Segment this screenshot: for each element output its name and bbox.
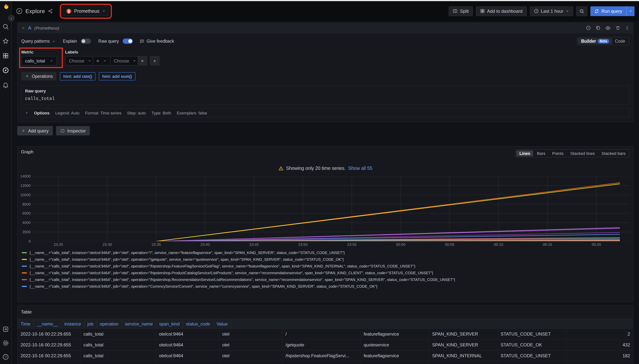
inspector-button[interactable]: Inspector [56,126,90,136]
hide-query-eye-icon[interactable] [605,25,610,30]
time-range-picker[interactable]: Last 1 hour [530,6,573,16]
cell-job: otel [219,340,282,350]
table-row[interactable]: 2022-10-16 00:22:29.655 calls_total otel… [18,340,633,350]
top-navbar: Explore Prometheus Split Add [12,1,639,21]
remove-label-filter-button[interactable]: × [138,56,147,66]
chevron-down-icon [102,9,105,13]
raw-query-text: calls_total [25,96,626,102]
raw-query-label: Raw query [25,89,626,93]
table-column-header[interactable]: operation [97,319,122,328]
cell-status-code: STATUS_CODE_UNSET [498,329,566,339]
query-patterns-button[interactable]: Query patterns [21,39,55,44]
legend-item[interactable]: {__name__="calls_total", instance="otelc… [22,283,630,290]
sign-in-icon[interactable] [2,326,9,332]
table-row[interactable]: 2022-10-16 00:22:29.655 calls_total otel… [18,350,633,362]
table-column-header[interactable]: __name__ [34,319,61,328]
add-operation-button[interactable]: Operations [21,72,57,80]
label-operator-select[interactable]: = [93,56,110,66]
table-row[interactable]: 2022-10-16 00:22:29.655 calls_total otel… [18,362,633,364]
table-row[interactable]: 2022-10-16 00:22:29.655 calls_total otel… [18,329,633,340]
help-icon[interactable]: ? [2,354,9,360]
cell-status-code: STATUS_CODE_UNSET [498,350,566,361]
metric-select[interactable]: calls_total [21,56,57,66]
query-hint-button[interactable]: hint: add sum() [99,72,136,80]
grafana-logo[interactable] [2,3,10,11]
cell-status-code: STATUS_CODE_OK [498,340,566,350]
query-options-row[interactable]: Options Legend: AutoFormat: Time seriesS… [21,108,629,118]
plot-area[interactable] [33,176,630,241]
explain-toggle[interactable] [81,38,91,44]
option-summary-item: Legend: Auto [55,110,80,115]
table-column-header[interactable]: service_name [122,319,156,328]
add-query-button[interactable]: Add query [17,126,52,136]
table-column-header[interactable]: Time [18,319,34,328]
expand-sidebar-button[interactable]: › [8,15,14,21]
table-column-header[interactable]: Value [214,319,231,328]
table-column-header[interactable]: status_code [183,319,214,328]
table-column-header[interactable]: instance [61,319,84,328]
delete-query-trash-icon[interactable] [616,26,620,30]
add-to-dashboard-button[interactable]: Add to dashboard [476,6,527,16]
chevron-down-icon [52,40,55,43]
star-icon[interactable] [2,38,9,44]
table-header-row: Time__name__instancejoboperationservice_… [18,319,633,329]
labels-field-group: Labels Choose = [65,50,160,66]
legend-item[interactable]: {__name__="calls_total", instance="otelc… [22,249,630,256]
graph-style-option[interactable]: Bars [534,150,548,156]
graph-style-option[interactable]: Stacked bars [598,150,628,156]
query-ref-id[interactable]: A [28,25,31,31]
code-tab[interactable]: Code [612,38,628,44]
legend-series-marker [22,266,27,266]
graph-style-option[interactable]: Lines [516,150,533,156]
legend-series-label: {__name__="calls_total", instance="otelc… [30,250,345,254]
run-query-caret-button[interactable] [626,6,634,16]
show-all-series-link[interactable]: Show all 55 [348,166,372,171]
give-feedback-link[interactable]: Give feedback [140,39,174,44]
graph-panel-title: Graph [21,149,34,154]
time-series-chart[interactable]: 02000400060008000100001200014000 23:2523… [21,176,630,247]
table-column-header[interactable]: job [84,319,97,328]
datasource-name: Prometheus [74,8,100,14]
dashboards-icon[interactable] [2,52,9,59]
cell-service-name: quoteservice [361,340,429,350]
split-button[interactable]: Split [449,6,473,16]
run-query-button[interactable]: Run query [590,6,626,16]
query-hint-button[interactable]: hint: add rate() [60,72,96,80]
zoom-out-button[interactable] [576,6,587,16]
table-panel-title: Table [18,310,35,314]
add-label-filter-button[interactable]: + [150,56,160,66]
table-column-header[interactable]: span_kind [156,319,183,328]
cell-status-code: STATUS_CODE_UNSET [498,362,566,364]
builder-tab[interactable]: Builder Beta [578,38,612,44]
cell-value: 621 [566,362,633,364]
legend-item[interactable]: {__name__="calls_total", instance="otelc… [22,262,630,269]
legend-series-marker [22,272,27,273]
settings-gear-icon[interactable] [2,340,9,346]
label-value-select[interactable]: Choose [110,56,138,66]
cell-name: calls_total [80,362,156,364]
share-icon[interactable] [48,8,53,14]
split-columns-icon [453,8,458,14]
alerting-bell-icon[interactable] [2,82,9,88]
raw-query-toggle[interactable] [123,38,133,44]
cell-job: otel [219,362,282,364]
legend-item[interactable]: {__name__="calls_total", instance="otelc… [22,256,630,262]
cell-value: 2 [566,329,633,339]
legend-series-label: {__name__="calls_total", instance="otelc… [30,257,344,261]
graph-style-option[interactable]: Stacked lines [567,150,598,156]
drag-handle-icon[interactable] [625,26,629,30]
cell-service-name: recommendationservice [361,362,429,364]
graph-style-option[interactable]: Points [549,150,566,156]
cell-span-kind: SPAN_KIND_SERVER [429,329,498,339]
plus-icon [21,129,26,133]
legend-item[interactable]: {__name__="calls_total", instance="otelc… [22,269,630,276]
query-help-icon[interactable]: ? [586,26,591,30]
explore-compass-icon[interactable] [2,67,9,74]
duplicate-query-icon[interactable] [596,26,600,30]
legend-item[interactable]: {__name__="calls_total", instance="otelc… [22,276,630,283]
dashboard-grid-icon [480,8,485,14]
label-name-select[interactable]: Choose [65,56,93,66]
search-icon[interactable] [2,23,9,30]
datasource-picker[interactable]: Prometheus [63,6,109,16]
collapse-chevron-icon[interactable] [21,26,25,30]
